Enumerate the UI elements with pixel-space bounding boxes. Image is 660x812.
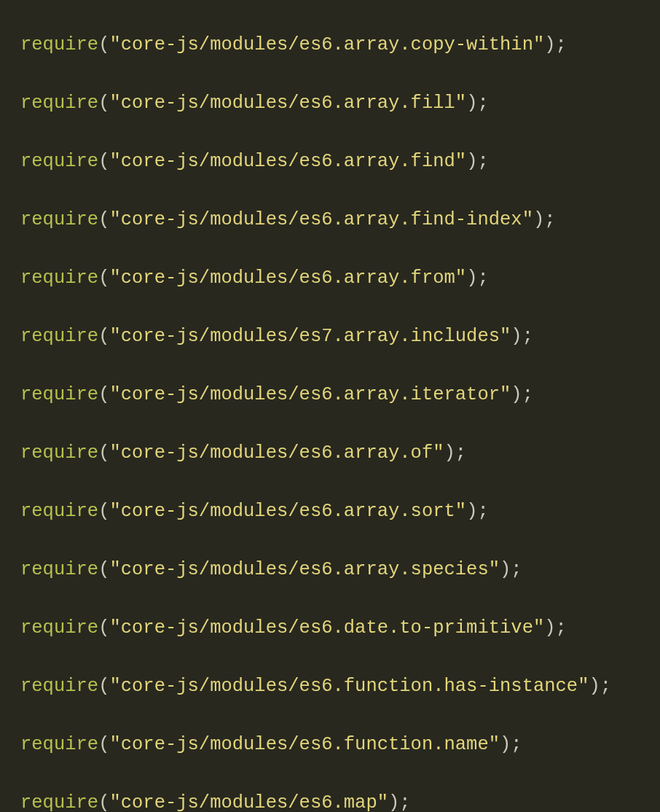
semicolon: ;: [511, 559, 522, 580]
paren-open: (: [98, 34, 109, 55]
paren-close: ): [466, 151, 477, 172]
blank-line: [0, 118, 660, 147]
module-string: "core-js/modules/es6.array.sort": [109, 501, 466, 522]
paren-open: (: [98, 501, 109, 522]
code-line: require("core-js/modules/es6.array.speci…: [0, 555, 660, 585]
code-line: require("core-js/modules/es6.array.find-…: [0, 206, 660, 235]
module-string: "core-js/modules/es6.array.of": [109, 442, 444, 464]
semicolon: ;: [477, 151, 488, 172]
code-line: require("core-js/modules/es6.function.ha…: [0, 672, 660, 701]
semicolon: ;: [544, 209, 555, 230]
module-string: "core-js/modules/es6.array.species": [109, 559, 500, 580]
module-string: "core-js/modules/es6.array.from": [109, 268, 466, 289]
require-keyword: require: [20, 34, 98, 55]
paren-close: ): [500, 559, 511, 580]
code-line: require("core-js/modules/es6.array.fill"…: [0, 89, 660, 118]
module-string: "core-js/modules/es6.map": [109, 792, 388, 812]
paren-close: ): [511, 326, 522, 347]
require-keyword: require: [20, 151, 98, 172]
paren-open: (: [98, 442, 109, 464]
code-line: require("core-js/modules/es6.array.of");: [0, 439, 660, 468]
require-keyword: require: [20, 559, 98, 580]
paren-close: ): [544, 617, 555, 639]
blank-line: [0, 585, 660, 614]
paren-close: ): [388, 792, 399, 812]
code-line: require("core-js/modules/es6.array.copy-…: [0, 31, 660, 60]
paren-open: (: [98, 617, 109, 639]
semicolon: ;: [556, 617, 567, 639]
semicolon: ;: [477, 501, 488, 522]
module-string: "core-js/modules/es6.function.has-instan…: [109, 676, 589, 697]
paren-close: ): [500, 734, 511, 755]
blank-line: [0, 643, 660, 672]
blank-line: [0, 410, 660, 439]
paren-open: (: [98, 268, 109, 289]
module-string: "core-js/modules/es6.array.fill": [109, 93, 466, 114]
paren-open: (: [98, 734, 109, 755]
semicolon: ;: [455, 442, 466, 464]
code-line: require("core-js/modules/es6.array.itera…: [0, 380, 660, 410]
paren-open: (: [98, 151, 109, 172]
code-line: require("core-js/modules/es6.array.from"…: [0, 264, 660, 293]
code-line: require("core-js/modules/es6.array.find"…: [0, 147, 660, 176]
blank-line: [0, 351, 660, 380]
semicolon: ;: [399, 792, 410, 812]
code-line: require("core-js/modules/es6.array.sort"…: [0, 497, 660, 526]
code-line: require("core-js/modules/es6.map");: [0, 789, 660, 812]
require-keyword: require: [20, 734, 98, 755]
paren-open: (: [98, 792, 109, 812]
paren-close: ): [511, 384, 522, 405]
module-string: "core-js/modules/es6.array.copy-within": [109, 34, 544, 55]
paren-close: ): [466, 501, 477, 522]
blank-line: [0, 701, 660, 730]
blank-line: [0, 293, 660, 322]
require-keyword: require: [20, 384, 98, 405]
paren-close: ): [544, 34, 555, 55]
require-keyword: require: [20, 93, 98, 114]
paren-open: (: [98, 209, 109, 230]
blank-line: [0, 526, 660, 555]
require-keyword: require: [20, 676, 98, 697]
paren-close: ): [444, 442, 455, 464]
paren-close: ): [466, 93, 477, 114]
paren-open: (: [98, 559, 109, 580]
code-line: require("core-js/modules/es6.date.to-pri…: [0, 614, 660, 643]
blank-line: [0, 468, 660, 497]
require-keyword: require: [20, 326, 98, 347]
module-string: "core-js/modules/es7.array.includes": [109, 326, 511, 347]
semicolon: ;: [511, 734, 522, 755]
semicolon: ;: [522, 326, 533, 347]
blank-line: [0, 176, 660, 206]
semicolon: ;: [477, 93, 488, 114]
paren-open: (: [98, 676, 109, 697]
semicolon: ;: [522, 384, 533, 405]
blank-line: [0, 235, 660, 264]
blank-line: [0, 60, 660, 89]
module-string: "core-js/modules/es6.function.name": [109, 734, 500, 755]
require-keyword: require: [20, 501, 98, 522]
paren-close: ): [466, 268, 477, 289]
code-block: require("core-js/modules/es6.array.copy-…: [0, 0, 660, 812]
module-string: "core-js/modules/es6.array.iterator": [109, 384, 511, 405]
module-string: "core-js/modules/es6.array.find": [109, 151, 466, 172]
semicolon: ;: [556, 34, 567, 55]
blank-line: [0, 760, 660, 789]
semicolon: ;: [600, 676, 611, 697]
require-keyword: require: [20, 792, 98, 812]
code-line: require("core-js/modules/es7.array.inclu…: [0, 322, 660, 351]
require-keyword: require: [20, 268, 98, 289]
paren-open: (: [98, 326, 109, 347]
paren-open: (: [98, 93, 109, 114]
paren-close: ): [589, 676, 600, 697]
require-keyword: require: [20, 442, 98, 464]
paren-open: (: [98, 384, 109, 405]
paren-close: ): [533, 209, 544, 230]
semicolon: ;: [477, 268, 488, 289]
require-keyword: require: [20, 209, 98, 230]
code-line: require("core-js/modules/es6.function.na…: [0, 730, 660, 760]
require-keyword: require: [20, 617, 98, 639]
module-string: "core-js/modules/es6.array.find-index": [109, 209, 533, 230]
module-string: "core-js/modules/es6.date.to-primitive": [109, 617, 544, 639]
